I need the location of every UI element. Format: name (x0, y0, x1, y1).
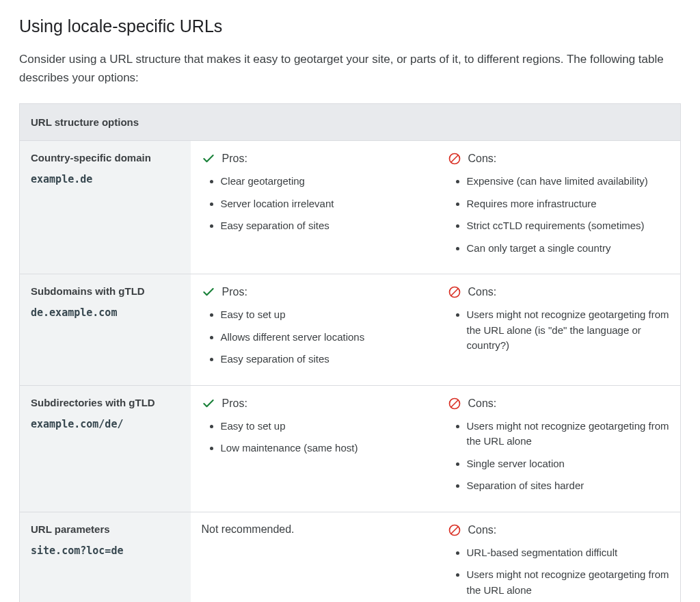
page-title: Using locale-specific URLs (19, 16, 681, 36)
no-icon (448, 285, 461, 299)
check-icon (202, 397, 215, 410)
svg-line-5 (451, 400, 458, 407)
cons-list: Users might not recognize geotargeting f… (448, 307, 670, 354)
cons-cell: Cons:Expensive (can have limited availab… (437, 141, 681, 274)
check-icon (202, 152, 215, 166)
list-item: Users might not recognize geotargeting f… (467, 419, 670, 449)
table-header: URL structure options (20, 104, 681, 141)
pros-label: Pros: (222, 153, 247, 165)
list-item: Server location irrelevant (221, 196, 426, 212)
list-item: Easy to set up (221, 419, 426, 434)
cons-cell: Cons:Users might not recognize geotarget… (437, 385, 681, 512)
option-cell: Country-specific domainexample.de (20, 141, 191, 274)
option-title: Country-specific domain (31, 152, 180, 163)
pros-list: Easy to set upLow maintenance (same host… (202, 419, 426, 456)
list-item: URL-based segmentation difficult (467, 545, 670, 561)
option-cell: Subdirectories with gTLDexample.com/de/ (20, 385, 191, 512)
pros-cell: Pros:Easy to set upLow maintenance (same… (191, 385, 437, 512)
pros-label: Pros: (222, 397, 247, 410)
list-item: Single server location (467, 456, 670, 472)
table-row: Subdirectories with gTLDexample.com/de/ … (20, 385, 681, 512)
pros-label: Pros: (222, 286, 247, 298)
pros-list: Clear geotargetingServer location irrele… (202, 174, 426, 234)
option-title: Subdirectories with gTLD (31, 397, 180, 408)
cons-list: Users might not recognize geotargeting f… (448, 419, 670, 494)
cons-list: Expensive (can have limited availability… (448, 174, 670, 256)
svg-line-1 (451, 155, 458, 162)
table-row: Subdomains with gTLDde.example.com Pros:… (20, 274, 681, 386)
svg-line-3 (451, 289, 458, 296)
option-example: de.example.com (31, 306, 117, 319)
list-item: Strict ccTLD requirements (sometimes) (467, 218, 670, 234)
cons-label: Cons: (468, 286, 497, 298)
url-structure-table: URL structure options Country-specific d… (19, 103, 681, 602)
cons-label: Cons: (468, 153, 497, 165)
option-title: URL parameters (31, 523, 180, 535)
list-item: Requires more infrastructure (467, 196, 670, 212)
pros-cell: Pros:Easy to set upAllows different serv… (191, 274, 437, 386)
list-item: Can only target a single country (467, 241, 670, 257)
option-example: example.de (31, 173, 92, 185)
check-icon (202, 285, 215, 299)
option-cell: URL parameterssite.com?loc=de (20, 512, 191, 602)
pros-cell: Pros:Clear geotargetingServer location i… (191, 141, 437, 274)
option-title: Subdomains with gTLD (31, 285, 180, 297)
cons-label: Cons: (468, 397, 497, 410)
svg-line-7 (451, 527, 458, 534)
cons-cell: Cons:Users might not recognize geotarget… (437, 274, 681, 386)
list-item: Users might not recognize geotargeting f… (467, 567, 670, 598)
no-icon (448, 397, 461, 410)
cons-list: URL-based segmentation difficultUsers mi… (448, 545, 670, 599)
pros-cell: Not recommended. (191, 512, 437, 602)
table-row: Country-specific domainexample.de Pros:C… (20, 141, 681, 274)
list-item: Users might not recognize geotargeting f… (467, 307, 670, 354)
list-item: Low maintenance (same host) (221, 441, 426, 456)
pros-plain-text: Not recommended. (202, 523, 426, 536)
option-cell: Subdomains with gTLDde.example.com (20, 274, 191, 386)
no-icon (448, 523, 461, 537)
list-item: Expensive (can have limited availability… (467, 174, 670, 189)
table-row: URL parameterssite.com?loc=deNot recomme… (20, 512, 681, 602)
pros-list: Easy to set upAllows different server lo… (202, 307, 426, 367)
intro-paragraph: Consider using a URL structure that make… (19, 50, 681, 87)
list-item: Easy separation of sites (221, 352, 426, 367)
list-item: Clear geotargeting (221, 174, 426, 189)
cons-cell: Cons:URL-based segmentation difficultUse… (437, 512, 681, 602)
list-item: Easy to set up (221, 307, 426, 323)
list-item: Easy separation of sites (221, 218, 426, 234)
option-example: example.com/de/ (31, 418, 123, 430)
no-icon (448, 152, 461, 166)
option-example: site.com?loc=de (31, 545, 123, 557)
cons-label: Cons: (468, 524, 497, 536)
list-item: Allows different server locations (221, 330, 426, 345)
list-item: Separation of sites harder (467, 478, 670, 494)
